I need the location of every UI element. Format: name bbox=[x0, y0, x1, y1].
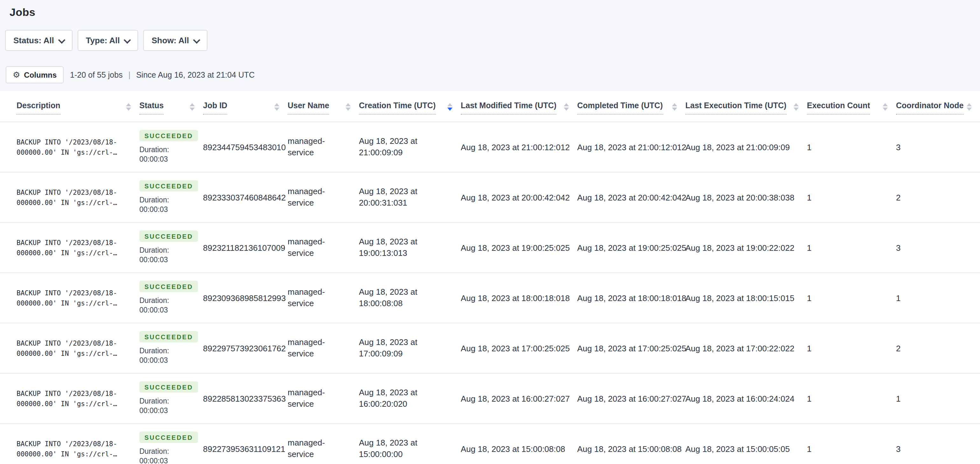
job-id: 892285813023375363 bbox=[203, 394, 286, 403]
table-row[interactable]: BACKUP INTO '/2023/08/18- 000000.00' IN … bbox=[0, 424, 980, 464]
column-header-last-modified-time[interactable]: Last Modified Time (UTC) bbox=[461, 101, 557, 115]
job-description-link[interactable]: BACKUP INTO '/2023/08/18- 000000.00' IN … bbox=[16, 187, 130, 207]
job-description-link[interactable]: BACKUP INTO '/2023/08/18- 000000.00' IN … bbox=[16, 238, 130, 258]
table-row[interactable]: BACKUP INTO '/2023/08/18- 000000.00' IN … bbox=[0, 222, 980, 273]
coordinator-node: 1 bbox=[896, 293, 900, 303]
last-execution-time: Aug 18, 2023 at 21:00:09:09 bbox=[686, 142, 790, 152]
last-execution-time: Aug 18, 2023 at 20:00:38:038 bbox=[686, 193, 794, 202]
sort-icon[interactable] bbox=[672, 103, 677, 111]
status-badge: SUCCEEDED bbox=[139, 281, 198, 292]
column-header-completed-time[interactable]: Completed Time (UTC) bbox=[577, 101, 663, 115]
job-description-link[interactable]: BACKUP INTO '/2023/08/18- 000000.00' IN … bbox=[16, 338, 130, 358]
status-badge: SUCCEEDED bbox=[139, 432, 198, 443]
last-execution-time: Aug 18, 2023 at 17:00:22:022 bbox=[686, 343, 794, 353]
type-filter-dropdown[interactable]: Type: All bbox=[78, 30, 138, 51]
status-filter-label: Status: All bbox=[13, 36, 54, 45]
user-name: managed-service bbox=[288, 387, 340, 410]
job-id: 892273953631109121 bbox=[203, 444, 285, 453]
last-modified-time: Aug 18, 2023 at 19:00:25:025 bbox=[461, 243, 570, 252]
completed-time: Aug 18, 2023 at 19:00:25:025 bbox=[577, 243, 686, 252]
duration-value: 00:00:03 bbox=[139, 255, 194, 265]
last-modified-time: Aug 18, 2023 at 21:00:12:012 bbox=[461, 142, 570, 152]
duration-label: Duration: bbox=[139, 145, 194, 155]
coordinator-node: 3 bbox=[896, 243, 900, 252]
job-description-link[interactable]: BACKUP INTO '/2023/08/18- 000000.00' IN … bbox=[16, 137, 130, 157]
coordinator-node: 2 bbox=[896, 343, 900, 353]
sort-icon[interactable] bbox=[189, 103, 195, 111]
job-description-link[interactable]: BACKUP INTO '/2023/08/18- 000000.00' IN … bbox=[16, 288, 130, 308]
jobs-table-body: BACKUP INTO '/2023/08/18- 000000.00' IN … bbox=[0, 122, 980, 464]
toolbar-divider: | bbox=[128, 70, 130, 79]
sort-icon[interactable] bbox=[564, 103, 569, 111]
chevron-down-icon bbox=[124, 36, 130, 42]
show-filter-dropdown[interactable]: Show: All bbox=[143, 30, 208, 51]
sort-icon[interactable] bbox=[274, 103, 279, 111]
job-description-link[interactable]: BACKUP INTO '/2023/08/18- 000000.00' IN … bbox=[16, 438, 130, 459]
job-id: 892333037460848642 bbox=[203, 193, 286, 202]
table-toolbar: ⚙ Columns 1-20 of 55 jobs | Since Aug 16… bbox=[6, 66, 980, 83]
last-execution-time: Aug 18, 2023 at 19:00:22:022 bbox=[686, 243, 794, 252]
sort-icon-active-desc[interactable] bbox=[447, 103, 452, 111]
duration-label: Duration: bbox=[139, 296, 194, 306]
status-filter-dropdown[interactable]: Status: All bbox=[5, 30, 73, 51]
last-modified-time: Aug 18, 2023 at 17:00:25:025 bbox=[461, 343, 570, 353]
completed-time: Aug 18, 2023 at 15:00:08:08 bbox=[577, 444, 681, 453]
table-row[interactable]: BACKUP INTO '/2023/08/18- 000000.00' IN … bbox=[0, 172, 980, 222]
column-header-coordinator-node[interactable]: Coordinator Node bbox=[896, 101, 964, 115]
jobs-page: Jobs Status: All Type: All Show: All ⚙ C… bbox=[0, 0, 980, 464]
sort-icon[interactable] bbox=[883, 103, 888, 111]
sort-icon[interactable] bbox=[794, 103, 799, 111]
completed-time: Aug 18, 2023 at 17:00:25:025 bbox=[577, 343, 686, 353]
table-row[interactable]: BACKUP INTO '/2023/08/18- 000000.00' IN … bbox=[0, 323, 980, 373]
filter-bar: Status: All Type: All Show: All bbox=[5, 30, 980, 51]
column-header-execution-count[interactable]: Execution Count bbox=[807, 101, 870, 115]
job-description-link[interactable]: BACKUP INTO '/2023/08/18- 000000.00' IN … bbox=[16, 388, 130, 409]
sort-icon[interactable] bbox=[345, 103, 351, 111]
user-name: managed-service bbox=[288, 286, 340, 309]
coordinator-node: 2 bbox=[896, 193, 900, 202]
user-name: managed-service bbox=[288, 337, 340, 360]
last-modified-time: Aug 18, 2023 at 16:00:27:027 bbox=[461, 394, 570, 403]
column-header-user-name[interactable]: User Name bbox=[288, 101, 329, 115]
duration-label: Duration: bbox=[139, 397, 194, 406]
column-header-last-execution-time[interactable]: Last Execution Time (UTC) bbox=[686, 101, 786, 115]
user-name: managed-service bbox=[288, 236, 340, 259]
user-name: managed-service bbox=[288, 136, 340, 158]
duration-value: 00:00:03 bbox=[139, 406, 194, 416]
status-badge: SUCCEEDED bbox=[139, 331, 198, 343]
execution-count: 1 bbox=[807, 343, 811, 353]
table-row[interactable]: BACKUP INTO '/2023/08/18- 000000.00' IN … bbox=[0, 122, 980, 172]
show-filter-label: Show: All bbox=[152, 36, 189, 45]
columns-button-label: Columns bbox=[24, 70, 57, 79]
table-row[interactable]: BACKUP INTO '/2023/08/18- 000000.00' IN … bbox=[0, 273, 980, 323]
columns-button[interactable]: ⚙ Columns bbox=[6, 66, 64, 83]
coordinator-node: 3 bbox=[896, 142, 900, 152]
creation-time: Aug 18, 2023 at 19:00:13:013 bbox=[359, 236, 430, 259]
table-row[interactable]: BACKUP INTO '/2023/08/18- 000000.00' IN … bbox=[0, 373, 980, 424]
last-execution-time: Aug 18, 2023 at 16:00:24:024 bbox=[686, 394, 794, 403]
execution-count: 1 bbox=[807, 394, 811, 403]
gear-icon: ⚙ bbox=[13, 71, 20, 79]
duration-label: Duration: bbox=[139, 195, 194, 205]
creation-time: Aug 18, 2023 at 20:00:31:031 bbox=[359, 186, 430, 209]
completed-time: Aug 18, 2023 at 18:00:18:018 bbox=[577, 293, 686, 303]
status-badge: SUCCEEDED bbox=[139, 230, 198, 242]
sort-icon[interactable] bbox=[967, 103, 972, 111]
execution-count: 1 bbox=[807, 142, 811, 152]
column-header-creation-time[interactable]: Creation Time (UTC) bbox=[359, 101, 436, 115]
column-header-description[interactable]: Description bbox=[16, 101, 60, 115]
user-name: managed-service bbox=[288, 186, 340, 209]
job-id: 892321182136107009 bbox=[203, 243, 285, 252]
duration-value: 00:00:03 bbox=[139, 456, 194, 464]
jobs-table: Description Status Job ID User Name Crea… bbox=[0, 91, 980, 464]
chevron-down-icon bbox=[59, 36, 64, 42]
user-name: managed-service bbox=[288, 437, 340, 460]
column-header-status[interactable]: Status bbox=[139, 101, 164, 115]
sort-icon[interactable] bbox=[126, 103, 131, 111]
last-execution-time: Aug 18, 2023 at 18:00:15:015 bbox=[686, 293, 794, 303]
completed-time: Aug 18, 2023 at 20:00:42:042 bbox=[577, 193, 686, 202]
column-header-job-id[interactable]: Job ID bbox=[203, 101, 227, 115]
last-modified-time: Aug 18, 2023 at 20:00:42:042 bbox=[461, 193, 570, 202]
chevron-down-icon bbox=[194, 36, 199, 42]
duration-label: Duration: bbox=[139, 447, 194, 456]
